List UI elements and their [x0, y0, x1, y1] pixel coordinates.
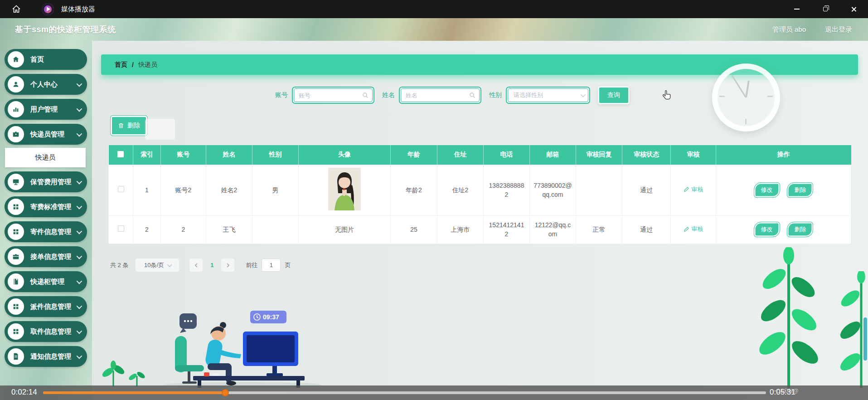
breadcrumb-separator: / — [132, 61, 134, 68]
minimize-icon — [794, 9, 800, 10]
edit-icon — [684, 226, 689, 232]
edit-icon — [684, 186, 689, 192]
delete-button[interactable]: 删除 — [787, 222, 813, 237]
breadcrumb-home[interactable]: 首页 — [115, 61, 127, 69]
col-phone: 电话 — [484, 145, 530, 165]
sidebar-item-order-info-mgmt[interactable]: 接单信息管理 — [5, 246, 87, 267]
analog-clock — [712, 63, 780, 132]
sidebar-item-dispatch-info-mgmt[interactable]: 派件信息管理 — [5, 296, 87, 317]
chevron-down-icon — [77, 106, 82, 112]
search-form: 账号 姓名 性别 请选择性别 查询 — [275, 86, 630, 104]
audit-link[interactable]: 审核 — [684, 185, 703, 194]
screen: 媒体播放器 基于ssm的快递柜管理系统 管理员 abo 退出登录 首页 个人中心 — [0, 0, 868, 400]
minimize-button[interactable] — [782, 0, 811, 18]
plant — [739, 247, 829, 388]
chevron-down-icon — [77, 131, 82, 137]
select-all-checkbox[interactable] — [117, 151, 124, 157]
delete-button[interactable]: 删除 — [787, 182, 813, 198]
col-address: 住址 — [437, 145, 484, 165]
app-header: 基于ssm的快递柜管理系统 管理员 abo 退出登录 — [0, 18, 868, 41]
sidebar-item-postage-standard-mgmt[interactable]: 寄费标准管理 — [5, 196, 87, 217]
chevron-down-icon — [77, 328, 82, 334]
bar-chart-icon — [8, 101, 24, 117]
logout-link[interactable]: 退出登录 — [825, 25, 852, 34]
sidebar: 首页 个人中心 用户管理 快递员管理 快递员 保管费用 — [0, 41, 92, 400]
clock-hour-hand — [745, 80, 750, 98]
chevron-down-icon — [77, 203, 82, 209]
chevron-down-icon — [77, 178, 82, 184]
sidebar-item-pickup-info-mgmt[interactable]: 取件信息管理 — [5, 321, 87, 342]
courier-table: 索引 账号 姓名 性别 头像 年龄 住址 电话 邮箱 审核回复 审核状态 审核 … — [108, 145, 851, 244]
table-row: 1 账号2 姓名2 男 — [109, 165, 851, 215]
toolbar-ghost-box — [145, 119, 175, 140]
main-content: 首页 / 快递员 账号 姓名 性别 请选择性别 — [92, 41, 868, 400]
scrollbar-thumb[interactable] — [863, 317, 867, 361]
document-icon — [8, 348, 24, 365]
search-button[interactable]: 查询 — [598, 86, 630, 104]
os-titlebar: 媒体播放器 — [0, 0, 868, 18]
audit-link[interactable]: 审核 — [684, 225, 703, 234]
sidebar-item-personal-center[interactable]: 个人中心 — [5, 74, 87, 95]
name-input[interactable] — [401, 92, 469, 99]
home-icon — [8, 51, 24, 68]
edit-button[interactable]: 修改 — [754, 222, 780, 237]
table-row: 2 2 王飞 无图片 25 上海市 15214121412 12122@qq.c… — [109, 215, 851, 244]
seek-bar[interactable] — [43, 391, 766, 394]
clock-minute-hand — [731, 75, 746, 98]
gender-select[interactable]: 请选择性别 — [508, 88, 588, 102]
table-header-row: 索引 账号 姓名 性别 头像 年龄 住址 电话 邮箱 审核回复 审核状态 审核 … — [109, 145, 851, 165]
briefcase-icon — [8, 249, 24, 265]
window-title: 媒体播放器 — [61, 5, 95, 14]
sidebar-item-locker-mgmt[interactable]: 快递柜管理 — [5, 271, 87, 292]
name-label: 姓名 — [382, 91, 395, 99]
edit-button[interactable]: 修改 — [754, 182, 780, 198]
user-icon — [8, 76, 24, 93]
sidebar-item-storage-fee-mgmt[interactable]: 保管费用管理 — [5, 171, 87, 192]
restore-button[interactable] — [811, 0, 839, 18]
close-icon — [851, 6, 857, 12]
gender-label: 性别 — [489, 91, 502, 99]
speech-bubble-icon — [179, 313, 197, 333]
sidebar-item-courier-mgmt[interactable]: 快递员管理 — [5, 124, 87, 145]
col-actions: 操作 — [716, 145, 851, 165]
sidebar-item-notice-info-mgmt[interactable]: 通知信息管理 — [5, 346, 87, 367]
col-audit-reply: 审核回复 — [576, 145, 622, 165]
delete-selected-button[interactable]: 删除 — [110, 115, 148, 136]
desk-illustration: 09:37 — [150, 252, 349, 388]
current-user-label[interactable]: 管理员 abo — [772, 25, 806, 34]
home-icon[interactable] — [8, 1, 24, 17]
svg-text:09:37: 09:37 — [263, 313, 279, 321]
vertical-scrollbar[interactable] — [863, 41, 867, 400]
account-input[interactable] — [294, 92, 362, 99]
briefcase-icon — [8, 126, 24, 142]
chevron-down-icon — [581, 92, 586, 97]
media-player-icon — [42, 3, 54, 15]
chevron-down-icon — [77, 278, 82, 284]
sidebar-item-home[interactable]: 首页 — [5, 49, 87, 70]
seek-bar-fill — [43, 391, 225, 394]
total-count: 共 2 条 — [110, 261, 128, 269]
sidebar-item-send-info-mgmt[interactable]: 寄件信息管理 — [5, 221, 87, 242]
grid-icon — [8, 199, 24, 215]
sprout-plants — [95, 361, 154, 388]
video-frame: 基于ssm的快递柜管理系统 管理员 abo 退出登录 首页 个人中心 用户管理 — [0, 18, 868, 400]
col-age: 年龄 — [391, 145, 437, 165]
avatar — [328, 168, 361, 210]
row-checkbox[interactable] — [118, 225, 124, 232]
grid-icon — [8, 323, 24, 340]
search-icon — [362, 92, 369, 98]
close-button[interactable] — [839, 0, 868, 18]
col-avatar: 头像 — [299, 145, 391, 165]
sidebar-item-courier[interactable]: 快递员 — [5, 148, 86, 167]
chevron-down-icon — [77, 253, 82, 259]
col-email: 邮箱 — [530, 145, 576, 165]
restore-icon — [823, 7, 828, 11]
row-checkbox[interactable] — [118, 186, 124, 192]
col-account: 账号 — [161, 145, 206, 165]
current-time: 0:02:14 — [11, 388, 37, 397]
seek-bar-thumb[interactable] — [222, 389, 229, 396]
col-gender: 性别 — [252, 145, 299, 165]
chevron-down-icon — [77, 303, 82, 309]
sidebar-item-user-mgmt[interactable]: 用户管理 — [5, 99, 87, 120]
account-label: 账号 — [275, 91, 288, 99]
